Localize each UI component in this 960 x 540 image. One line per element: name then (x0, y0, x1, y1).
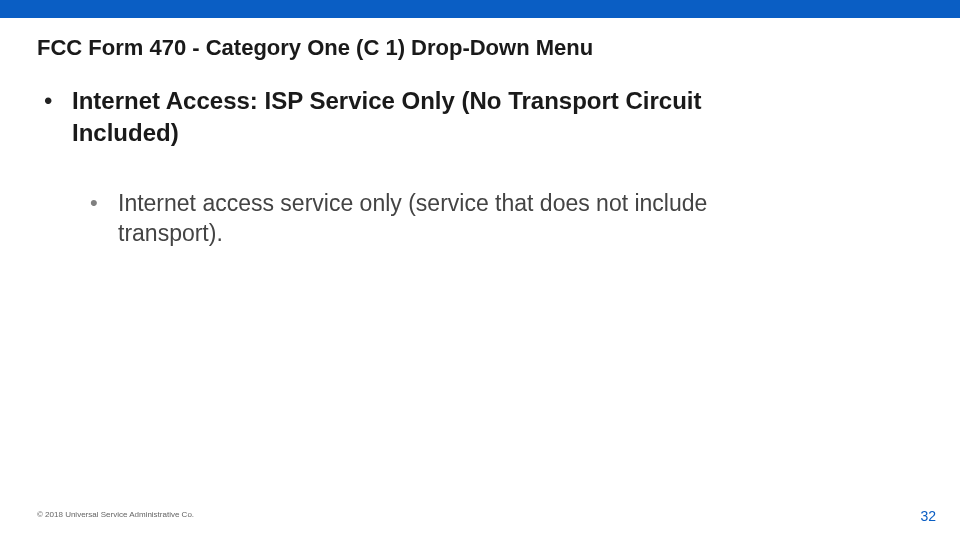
footer-copyright: © 2018 Universal Service Administrative … (37, 510, 194, 519)
bullet-icon: • (44, 85, 52, 117)
bullet-icon: • (90, 188, 98, 218)
main-bullet-text: Internet Access: ISP Service Only (No Tr… (72, 85, 804, 149)
sub-bullet-text: Internet access service only (service th… (118, 188, 790, 248)
slide-title: FCC Form 470 - Category One (C 1) Drop-D… (37, 35, 593, 61)
main-bullet-item: • Internet Access: ISP Service Only (No … (44, 85, 804, 149)
slide-content: FCC Form 470 - Category One (C 1) Drop-D… (0, 18, 960, 540)
top-accent-bar (0, 0, 960, 18)
page-number: 32 (920, 508, 936, 524)
sub-bullet-item: • Internet access service only (service … (90, 188, 790, 248)
